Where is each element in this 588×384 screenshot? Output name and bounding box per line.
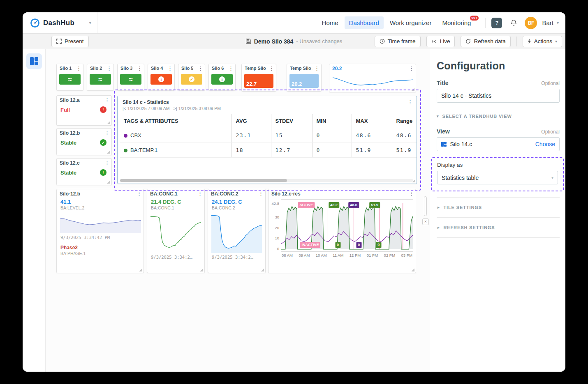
resize-handle[interactable] [107, 150, 110, 154]
stdev-value: 12.7 [271, 143, 312, 158]
scrollbar-thumb[interactable] [120, 179, 287, 182]
resize-handle[interactable] [412, 179, 415, 182]
tag-name: CBX [130, 132, 141, 138]
kebab-menu-icon[interactable]: ⋮ [314, 66, 320, 71]
app-window: DashHub ▾ Home Dashboard Work organizer … [23, 12, 565, 372]
tile-ba-conc2[interactable]: BA:CONC.2⋮ 24.1 DEG. C BA:CONC.2 9/3/202… [208, 189, 266, 273]
resize-handle[interactable] [411, 268, 414, 271]
resize-handle[interactable] [261, 268, 264, 271]
view-selector[interactable]: Silo 14.c Choose [437, 137, 560, 151]
brand[interactable]: DashHub ▾ [23, 12, 97, 33]
kebab-menu-icon[interactable]: ⋮ [136, 191, 142, 197]
choose-view-link[interactable]: Choose [535, 141, 555, 147]
tile-title: Silo 12.b [60, 130, 80, 136]
wave-glyph: ≈ [129, 76, 132, 83]
refresh-settings-label: REFRESH SETTINGS [443, 225, 495, 230]
kebab-menu-icon[interactable]: ⋮ [258, 191, 264, 197]
tile-silo-12c[interactable]: Silo 12.c⋮ Stable! [56, 158, 112, 185]
col-max[interactable]: MAX [352, 114, 392, 128]
dashboard-view-button[interactable] [26, 53, 42, 69]
tile-title: Silo 12.a [60, 97, 80, 103]
tile-title: Silo 12.c [60, 160, 80, 166]
kebab-menu-icon[interactable]: ⋮ [104, 97, 110, 103]
tile-silo-small-3[interactable]: Silo 3⋮ ≈ [117, 64, 144, 91]
tile-trend-sparkline[interactable]: 20.2⋮ [329, 64, 416, 92]
monitoring-count-badge: 99+ [470, 16, 479, 21]
chevron-down-icon: ▾ [437, 114, 439, 118]
kebab-menu-icon[interactable]: ⋮ [76, 66, 82, 71]
tile-silo-small-4[interactable]: Silo 4⋮ i [148, 64, 175, 91]
kebab-menu-icon[interactable]: ⋮ [167, 66, 173, 71]
nav-home[interactable]: Home [317, 16, 343, 29]
refresh-data-button[interactable]: Refresh data [461, 36, 510, 47]
nav-dashboard[interactable]: Dashboard [345, 16, 384, 29]
res-plot-area: ACTIVE 42.2 48.6 51.9 INACTIVE 0 0 0 [281, 199, 413, 252]
tile-silo-small-6[interactable]: Silo 6⋮ i [208, 64, 236, 91]
refresh-settings-toggle[interactable]: ▸ REFRESH SETTINGS [437, 217, 560, 238]
time-frame-button[interactable]: Time frame [375, 36, 421, 47]
present-label: Present [65, 38, 84, 44]
tile-silo-12b[interactable]: Silo 12.b⋮ Stable✓ [56, 128, 112, 155]
tile-silo-12b-level[interactable]: Silo-12.b⋮ 41.1 BA:LEVEL.2 9/3/2025 3:34… [56, 189, 144, 273]
kebab-menu-icon[interactable]: ⋮ [104, 160, 110, 166]
table-row[interactable]: CBX 23.1 15 0 48.6 48.6 [120, 128, 417, 143]
panel-close-button[interactable]: × [422, 218, 429, 225]
resize-handle[interactable] [139, 268, 142, 271]
kebab-menu-icon[interactable]: ⋮ [407, 99, 413, 105]
user-menu-chevron-icon[interactable]: ▾ [557, 21, 559, 25]
col-tags[interactable]: TAGS & ATTRIBUTES [120, 114, 231, 128]
kebab-menu-icon[interactable]: ⋮ [408, 191, 414, 197]
resize-handle[interactable] [107, 180, 110, 184]
resize-handle[interactable] [411, 87, 414, 91]
avatar[interactable]: BF [525, 17, 537, 29]
kebab-menu-icon[interactable]: ⋮ [197, 191, 203, 197]
kebab-menu-icon[interactable]: ⋮ [106, 66, 112, 71]
tile-silo-small-1[interactable]: Silo 1⋮ ≈ [56, 64, 83, 91]
panel-resize-handle[interactable] [424, 196, 427, 216]
tile-temp-silo-2[interactable]: Temp Silo 2⋮ 20.2 [287, 64, 322, 92]
live-button[interactable]: Live [426, 36, 455, 47]
kebab-menu-icon[interactable]: ⋮ [228, 66, 234, 71]
tile-title: Silo 5 [181, 66, 193, 71]
kebab-menu-icon[interactable]: ⋮ [197, 66, 204, 71]
tile-title: Silo 12.c-res [271, 191, 301, 197]
tile-settings-label: TILE SETTINGS [443, 205, 482, 210]
series-dot-green [124, 149, 127, 152]
tile-temp-silo-1[interactable]: Temp Silo 1⋮ 22.7 [241, 64, 276, 92]
col-range[interactable]: Range [392, 114, 417, 128]
tile-silo-12a[interactable]: Silo 12.a⋮ Full! [56, 95, 112, 126]
horizontal-scrollbar[interactable] [120, 179, 413, 182]
col-stdev[interactable]: STDEV [271, 114, 312, 128]
chevron-down-icon[interactable]: ▾ [89, 20, 91, 25]
table-row[interactable]: BA:TEMP.1 18 12.7 0 51.9 51.9 [120, 143, 417, 158]
kebab-menu-icon[interactable]: ⋮ [408, 66, 414, 71]
help-button[interactable]: ? [491, 18, 502, 28]
value-badge: 0 [335, 242, 340, 248]
resize-handle[interactable] [200, 268, 203, 271]
tile-silo-small-2[interactable]: Silo 2⋮ ≈ [87, 64, 114, 91]
conc-sparkline-chart [150, 212, 201, 253]
notifications-bell-icon[interactable] [510, 19, 517, 26]
actions-button[interactable]: Actions ▾ [523, 36, 562, 47]
resize-handle[interactable] [107, 121, 110, 124]
nav-work-organizer[interactable]: Work organizer [385, 16, 436, 29]
inactive-badge: INACTIVE [300, 242, 320, 248]
tile-silo14c-statistics[interactable]: Silo 14 c - Statistics |< 1/31/2025 7:08… [117, 96, 417, 184]
title-input[interactable] [437, 89, 560, 103]
kebab-menu-icon[interactable]: ⋮ [269, 66, 275, 71]
tile-ba-conc1[interactable]: BA:CONC.1⋮ 21.4 DEG. C BA:CONC.1 9/3/202… [147, 189, 205, 273]
display-as-select[interactable]: Statistics table ▾ [437, 171, 558, 184]
nav-monitoring[interactable]: Monitoring99+ [438, 16, 475, 29]
kebab-menu-icon[interactable]: ⋮ [104, 130, 110, 136]
tag-name: BA:TEMP.1 [130, 147, 157, 153]
present-button[interactable]: Present [51, 36, 89, 47]
col-avg[interactable]: AVG [231, 114, 271, 128]
trendhub-section-toggle[interactable]: ▾ SELECT A TRENDHUB VIEW [437, 114, 560, 119]
kebab-menu-icon[interactable]: ⋮ [137, 66, 143, 71]
tile-silo-12c-res[interactable]: Silo 12.c-res⋮ 42.8 30 20 10 0 [268, 189, 416, 273]
tile-settings-toggle[interactable]: ▸ TILE SETTINGS [437, 197, 560, 217]
status-block: ≈ [120, 74, 141, 85]
tile-silo-small-5[interactable]: Silo 5⋮ ✓ [178, 64, 205, 91]
tag-label: BA:CONC.1 [147, 205, 204, 210]
col-min[interactable]: MIN [312, 114, 352, 128]
